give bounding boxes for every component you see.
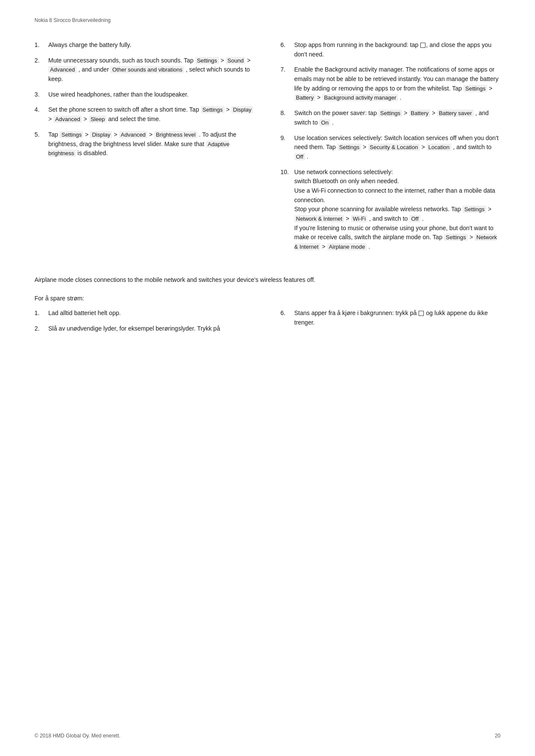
inline-code: Settings xyxy=(201,106,225,113)
left-list: 1. Always charge the battery fully. 2. M… xyxy=(34,41,255,158)
left-column: 1. Always charge the battery fully. 2. M… xyxy=(34,41,255,258)
inline-code: Adaptive brightness xyxy=(48,141,229,157)
inline-code: Sleep xyxy=(89,116,106,123)
list-text: Stans apper fra å kjøre i bakgrunnen: tr… xyxy=(294,309,501,327)
square-icon xyxy=(419,311,424,316)
inline-code: Security & Location xyxy=(368,144,420,151)
list-number: 5. xyxy=(34,130,45,158)
inline-code: Brightness level xyxy=(154,131,197,138)
inline-code: Background activity manager xyxy=(322,94,398,101)
list-text: Switch on the power saver: tap Settings … xyxy=(294,109,501,127)
list-item: 6. Stans apper fra å kjøre i bakgrunnen:… xyxy=(281,309,501,327)
list-text: Enable the Background activity manager. … xyxy=(294,65,501,103)
list-number: 7. xyxy=(281,65,291,103)
list-item: 1. Always charge the battery fully. xyxy=(34,41,255,50)
list-item: 4. Set the phone screen to switch off af… xyxy=(34,105,255,124)
list-item: 9. Use location services selectively: Sw… xyxy=(281,134,501,162)
list-number: 9. xyxy=(281,134,291,162)
inline-code: Sound xyxy=(226,57,246,64)
inline-code: Display xyxy=(232,106,253,113)
section-label: For å spare strøm: xyxy=(34,295,501,302)
inline-code: Settings xyxy=(444,234,468,241)
paragraph-text: Airplane mode closes connections to the … xyxy=(34,276,315,283)
bottom-left-column: 1. Lad alltid batteriet helt opp. 2. Slå… xyxy=(34,309,255,339)
list-number: 10. xyxy=(281,168,291,252)
list-text: Slå av unødvendige lyder, for eksempel b… xyxy=(48,324,255,334)
list-number: 3. xyxy=(34,90,45,100)
list-item: 2. Mute unnecessary sounds, such as touc… xyxy=(34,56,255,84)
right-list: 6. Stop apps from running in the backgro… xyxy=(281,41,501,252)
inline-code: Other sounds and vibrations xyxy=(110,66,184,73)
list-number: 1. xyxy=(34,41,45,50)
bottom-right-column: 6. Stans apper fra å kjøre i bakgrunnen:… xyxy=(281,309,501,339)
square-icon xyxy=(420,43,425,48)
inline-code: Wi-Fi xyxy=(351,215,367,222)
inline-code: Off xyxy=(410,215,420,222)
inline-code: Settings xyxy=(59,131,83,138)
section-label-text: For å spare strøm: xyxy=(34,295,84,302)
list-text: Set the phone screen to switch off after… xyxy=(48,105,255,124)
list-text: Use network connections selectively:swit… xyxy=(294,168,501,252)
inline-code: Off xyxy=(294,153,305,160)
list-text: Use location services selectively: Switc… xyxy=(294,134,501,162)
list-number: 1. xyxy=(34,309,45,318)
inline-code: Settings xyxy=(195,57,219,64)
footer-copyright: © 2018 HMD Global Oy. Med enerett. xyxy=(34,733,120,739)
list-number: 2. xyxy=(34,324,45,334)
list-text: Use wired headphones, rather than the lo… xyxy=(48,90,255,100)
list-number: 2. xyxy=(34,56,45,84)
list-number: 4. xyxy=(34,105,45,124)
inline-code: Settings xyxy=(463,206,486,213)
main-content: 1. Always charge the battery fully. 2. M… xyxy=(34,41,501,258)
list-number: 8. xyxy=(281,109,291,127)
inline-code: Battery xyxy=(409,109,430,117)
list-item: 7. Enable the Background activity manage… xyxy=(281,65,501,103)
inline-code: On xyxy=(319,119,330,126)
bottom-content: 1. Lad alltid batteriet helt opp. 2. Slå… xyxy=(34,309,501,339)
inline-code: Battery saver xyxy=(437,109,474,117)
page: Nokia 8 Sirocco Brukerveiledning 1. Alwa… xyxy=(0,0,535,756)
list-item: 2. Slå av unødvendige lyder, for eksempe… xyxy=(34,324,255,334)
inline-code: Advanced xyxy=(53,116,82,123)
header-title: Nokia 8 Sirocco Brukerveiledning xyxy=(34,17,111,23)
inline-code: Network & Internet xyxy=(294,215,344,222)
inline-code: Settings xyxy=(379,109,402,117)
list-item: 5. Tap Settings > Display > Advanced > B… xyxy=(34,130,255,158)
list-text: Always charge the battery fully. xyxy=(48,41,255,50)
inline-code: Settings xyxy=(463,85,487,92)
inline-code: Advanced xyxy=(119,131,147,138)
list-number: 6. xyxy=(281,41,291,59)
inline-code: Settings xyxy=(338,144,361,151)
list-text: Lad alltid batteriet helt opp. xyxy=(48,309,255,318)
footer-page: 20 xyxy=(495,733,501,739)
inline-code: Airplane mode xyxy=(327,243,367,250)
list-item: 10. Use network connections selectively:… xyxy=(281,168,501,252)
bottom-right-list: 6. Stans apper fra å kjøre i bakgrunnen:… xyxy=(281,309,501,327)
header: Nokia 8 Sirocco Brukerveiledning xyxy=(34,17,501,23)
inline-code: Location xyxy=(427,144,451,151)
inline-code: Display xyxy=(90,131,112,138)
list-number: 6. xyxy=(281,309,291,327)
paragraph-block: Airplane mode closes connections to the … xyxy=(34,275,501,284)
list-item: 6. Stop apps from running in the backgro… xyxy=(281,41,501,59)
list-text: Tap Settings > Display > Advanced > Brig… xyxy=(48,130,255,158)
footer: © 2018 HMD Global Oy. Med enerett. 20 xyxy=(34,733,501,739)
inline-code: Battery xyxy=(294,94,316,101)
list-item: 1. Lad alltid batteriet helt opp. xyxy=(34,309,255,318)
right-column: 6. Stop apps from running in the backgro… xyxy=(281,41,501,258)
bottom-left-list: 1. Lad alltid batteriet helt opp. 2. Slå… xyxy=(34,309,255,333)
list-item: 8. Switch on the power saver: tap Settin… xyxy=(281,109,501,127)
list-item: 3. Use wired headphones, rather than the… xyxy=(34,90,255,100)
inline-code: Advanced xyxy=(48,66,77,73)
list-text: Stop apps from running in the background… xyxy=(294,41,501,59)
list-text: Mute unnecessary sounds, such as touch s… xyxy=(48,56,255,84)
